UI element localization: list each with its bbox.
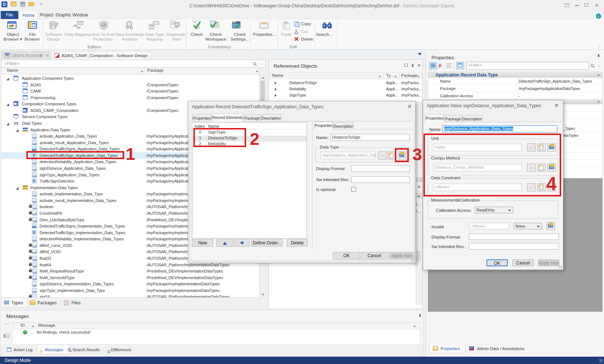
svg-text:TYPE: TYPE [150, 25, 154, 27]
svg-text:i: i [598, 14, 599, 18]
